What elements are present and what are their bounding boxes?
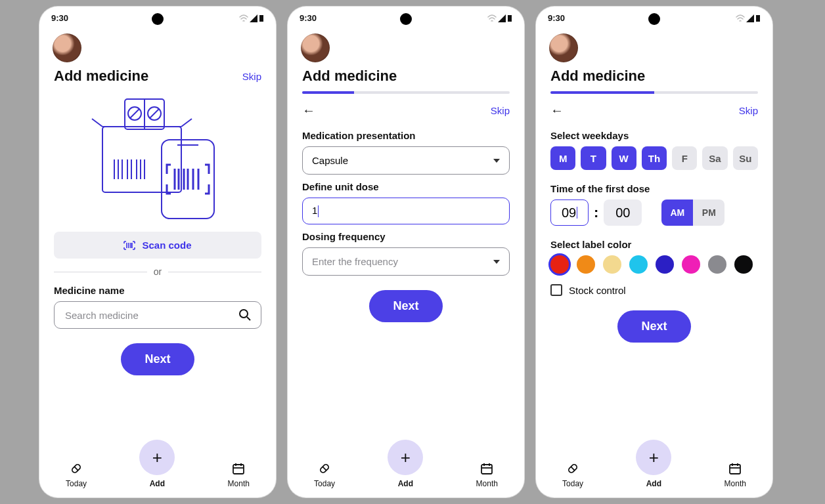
color-swatch-4[interactable] xyxy=(656,255,674,274)
wifi-icon xyxy=(487,14,497,22)
weekday-f[interactable]: F xyxy=(672,146,697,170)
scan-code-button[interactable]: Scan code xyxy=(54,232,261,259)
skip-link[interactable]: Skip xyxy=(739,105,758,116)
or-text: or xyxy=(154,266,162,277)
progress-bar xyxy=(302,91,510,94)
svg-line-7 xyxy=(150,109,159,118)
color-swatch-2[interactable] xyxy=(603,255,621,274)
medicine-name-field[interactable] xyxy=(64,309,238,322)
back-arrow-icon[interactable]: ← xyxy=(302,103,315,118)
screen-3-add-medicine-schedule: 9:30 Add medicine ← Skip Select weekdays… xyxy=(536,7,772,497)
nav-month[interactable]: Month xyxy=(725,461,746,488)
screen-1-add-medicine-scan: 9:30 Add medicine Skip xyxy=(39,7,276,497)
svg-rect-0 xyxy=(259,15,263,22)
next-button[interactable]: Next xyxy=(617,310,690,343)
weekday-th[interactable]: Th xyxy=(642,146,667,170)
select-label-color-label: Select label color xyxy=(550,239,758,250)
signal-icon xyxy=(746,14,754,22)
frequency-select[interactable]: Enter the frequency xyxy=(302,247,510,276)
weekday-picker: MTWThFSaSu xyxy=(550,146,758,170)
signal-icon xyxy=(250,14,257,22)
time-colon: : xyxy=(594,204,598,221)
weekday-sa[interactable]: Sa xyxy=(702,146,727,170)
pill-icon xyxy=(565,461,581,476)
pm-segment[interactable]: PM xyxy=(693,200,725,226)
wifi-icon xyxy=(736,14,745,22)
time-hour-value: 09 xyxy=(562,205,576,220)
color-swatch-6[interactable] xyxy=(708,255,726,274)
camera-notch xyxy=(400,13,412,25)
presentation-select[interactable]: Capsule xyxy=(302,146,510,175)
nav-today-label: Today xyxy=(562,479,583,488)
medicine-name-input[interactable] xyxy=(54,301,261,329)
nav-today[interactable]: Today xyxy=(66,461,87,488)
avatar[interactable] xyxy=(549,33,578,62)
nav-month-label: Month xyxy=(725,479,746,488)
stock-control-label: Stock control xyxy=(569,285,626,296)
back-arrow-icon[interactable]: ← xyxy=(550,103,564,118)
frequency-label: Dosing frequency xyxy=(302,231,510,242)
bottom-nav: Today + Add Month xyxy=(536,433,772,497)
next-button[interactable]: Next xyxy=(121,343,194,375)
nav-today-label: Today xyxy=(66,479,87,488)
nav-month[interactable]: Month xyxy=(476,461,498,488)
am-segment[interactable]: AM xyxy=(661,200,693,226)
time-minute-value: 00 xyxy=(615,205,630,220)
stock-control-checkbox[interactable] xyxy=(550,284,562,296)
status-time: 9:30 xyxy=(300,13,317,23)
avatar[interactable] xyxy=(53,33,81,62)
text-caret xyxy=(577,207,577,219)
nav-today-label: Today xyxy=(314,479,335,488)
progress-bar xyxy=(550,91,758,94)
or-divider: or xyxy=(54,266,261,277)
stock-control-row[interactable]: Stock control xyxy=(550,284,758,296)
color-swatch-7[interactable] xyxy=(734,255,753,274)
weekday-t[interactable]: T xyxy=(581,146,606,170)
color-swatch-0[interactable] xyxy=(550,255,569,274)
avatar[interactable] xyxy=(301,33,330,62)
skip-link[interactable]: Skip xyxy=(491,105,510,116)
nav-today[interactable]: Today xyxy=(562,461,583,488)
search-icon xyxy=(238,308,252,322)
page-title: Add medicine xyxy=(550,68,645,85)
plus-icon: + xyxy=(388,440,423,475)
color-swatch-3[interactable] xyxy=(629,255,648,274)
pill-icon xyxy=(317,461,332,476)
chevron-down-icon xyxy=(493,260,500,264)
svg-point-28 xyxy=(240,310,248,318)
color-swatch-1[interactable] xyxy=(577,255,595,274)
plus-icon: + xyxy=(139,440,175,475)
bottom-nav: Today + Add Month xyxy=(288,433,524,497)
page-title: Add medicine xyxy=(54,68,148,85)
svg-rect-39 xyxy=(481,465,492,474)
skip-link[interactable]: Skip xyxy=(242,71,261,82)
svg-rect-43 xyxy=(756,15,760,22)
nav-month[interactable]: Month xyxy=(228,461,250,488)
nav-today[interactable]: Today xyxy=(314,461,335,488)
svg-line-6 xyxy=(130,109,139,118)
color-swatch-5[interactable] xyxy=(682,255,700,274)
next-button[interactable]: Next xyxy=(369,290,442,322)
time-minute-input[interactable]: 00 xyxy=(604,200,642,226)
page-title: Add medicine xyxy=(302,68,397,85)
battery-icon xyxy=(755,14,761,22)
nav-add[interactable]: + Add xyxy=(139,440,175,488)
unit-dose-input[interactable]: 1 xyxy=(302,198,510,224)
nav-add-label: Add xyxy=(150,479,165,488)
chevron-down-icon xyxy=(493,159,500,163)
text-caret xyxy=(318,205,319,217)
weekday-w[interactable]: W xyxy=(612,146,636,170)
time-hour-input[interactable]: 09 xyxy=(550,200,589,226)
status-time: 9:30 xyxy=(548,13,565,23)
nav-add[interactable]: + Add xyxy=(388,440,423,488)
unit-dose-value: 1 xyxy=(312,205,317,216)
weekday-su[interactable]: Su xyxy=(733,146,758,170)
nav-month-label: Month xyxy=(476,479,498,488)
ampm-toggle: AM PM xyxy=(661,200,725,226)
nav-add[interactable]: + Add xyxy=(636,440,671,488)
svg-line-31 xyxy=(74,467,78,471)
svg-line-38 xyxy=(323,467,326,471)
calendar-icon xyxy=(479,461,495,476)
weekday-m[interactable]: M xyxy=(550,146,575,170)
scan-code-label: Scan code xyxy=(142,240,191,251)
